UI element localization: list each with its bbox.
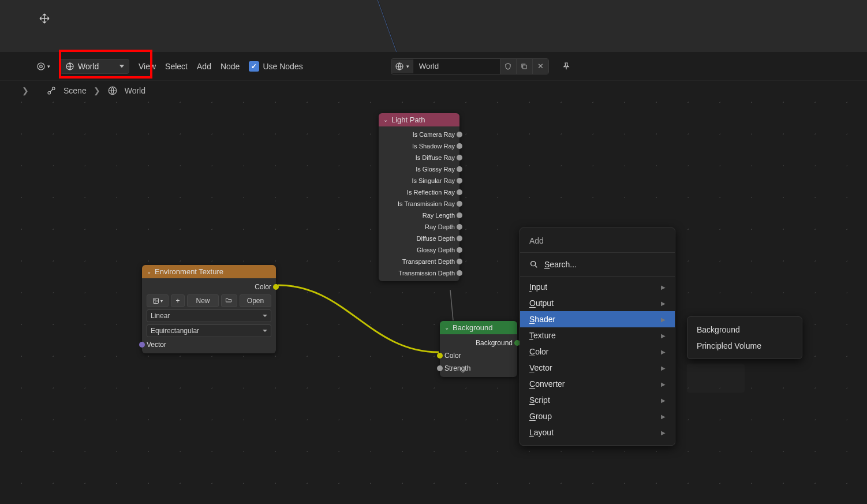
socket-icon[interactable] bbox=[457, 201, 462, 207]
use-nodes-toggle[interactable]: ✓ Use Nodes bbox=[249, 61, 302, 72]
output-socket[interactable]: Is Diffuse Ray bbox=[383, 153, 455, 162]
chevron-right-icon: ❯ bbox=[94, 86, 100, 95]
pin-button[interactable] bbox=[558, 58, 574, 74]
interpolation-dropdown[interactable]: Linear bbox=[147, 309, 271, 322]
output-socket[interactable]: Diffuse Depth bbox=[383, 234, 455, 243]
socket-icon[interactable] bbox=[457, 132, 462, 137]
world-icon bbox=[395, 62, 404, 71]
node-light-path[interactable]: ⌄ Light Path Is Camera RayIs Shadow RayI… bbox=[379, 113, 459, 281]
node-title: Light Path bbox=[391, 115, 425, 124]
world-name-input[interactable] bbox=[413, 59, 500, 73]
socket-icon[interactable] bbox=[457, 155, 462, 160]
editor-type-dropdown[interactable]: ▾ bbox=[35, 58, 51, 74]
socket-icon[interactable] bbox=[139, 342, 145, 348]
chevron-down-icon: ⌄ bbox=[383, 117, 388, 123]
socket-icon[interactable] bbox=[437, 365, 443, 371]
add-category-output[interactable]: Output▶ bbox=[520, 295, 675, 311]
input-vector[interactable]: Vector bbox=[147, 339, 271, 350]
socket-icon[interactable] bbox=[457, 212, 462, 218]
chevron-right-icon: ❯ bbox=[22, 86, 29, 95]
search-placeholder: Search... bbox=[544, 260, 577, 269]
add-category-group[interactable]: Group▶ bbox=[520, 408, 675, 424]
folder-icon bbox=[225, 297, 232, 304]
shield-icon bbox=[504, 62, 512, 70]
output-socket[interactable]: Transparent Depth bbox=[383, 257, 455, 266]
socket-icon[interactable] bbox=[457, 178, 462, 184]
chevron-right-icon: ▶ bbox=[661, 430, 666, 436]
shader-option-principled-volume[interactable]: Principled Volume bbox=[687, 338, 802, 354]
node-header[interactable]: ⌄ Light Path bbox=[379, 113, 459, 126]
socket-icon[interactable] bbox=[457, 236, 462, 241]
pin-icon bbox=[562, 62, 571, 71]
projection-dropdown[interactable]: Equirectangular bbox=[147, 324, 271, 337]
move-gizmo-icon bbox=[38, 12, 51, 25]
output-color[interactable]: Color bbox=[147, 282, 271, 292]
chevron-down-icon: ⌄ bbox=[147, 268, 151, 275]
output-socket[interactable]: Is Camera Ray bbox=[383, 130, 455, 139]
unlink-world-button[interactable]: ✕ bbox=[532, 59, 548, 74]
socket-icon[interactable] bbox=[457, 143, 462, 149]
shader-type-dropdown[interactable]: World bbox=[60, 59, 129, 74]
socket-icon[interactable] bbox=[273, 284, 279, 290]
world-data-block[interactable]: ▾ ✕ bbox=[391, 58, 549, 74]
svg-point-9 bbox=[155, 300, 156, 301]
add-category-color[interactable]: Color▶ bbox=[520, 344, 675, 360]
image-browse-dropdown[interactable]: ▾ bbox=[147, 294, 169, 307]
add-category-converter[interactable]: Converter▶ bbox=[520, 376, 675, 392]
use-nodes-label: Use Nodes bbox=[263, 62, 302, 71]
add-popup[interactable]: Add Search... Input▶Output▶Shader▶Textur… bbox=[520, 227, 675, 446]
node-header[interactable]: ⌄ Environment Texture bbox=[142, 265, 276, 278]
breadcrumb-scene[interactable]: Scene bbox=[63, 86, 87, 95]
output-socket[interactable]: Is Reflection Ray bbox=[383, 188, 455, 197]
output-socket[interactable]: Is Glossy Ray bbox=[383, 165, 455, 174]
socket-icon[interactable] bbox=[457, 189, 462, 195]
input-strength[interactable]: Strength bbox=[444, 363, 513, 374]
add-category-script[interactable]: Script▶ bbox=[520, 392, 675, 408]
output-socket[interactable]: Transmission Depth bbox=[383, 268, 455, 278]
popup-search[interactable]: Search... bbox=[520, 255, 675, 274]
add-category-texture[interactable]: Texture▶ bbox=[520, 327, 675, 344]
menu-node[interactable]: Node bbox=[221, 62, 240, 71]
output-socket[interactable]: Glossy Depth bbox=[383, 245, 455, 255]
menu-add[interactable]: Add bbox=[197, 62, 211, 71]
world-browse-dropdown[interactable]: ▾ bbox=[391, 59, 413, 73]
chevron-right-icon: ▶ bbox=[661, 413, 666, 420]
socket-icon[interactable] bbox=[457, 247, 462, 253]
input-color[interactable]: Color bbox=[444, 350, 513, 361]
output-socket[interactable]: Is Singular Ray bbox=[383, 176, 455, 185]
add-category-layout[interactable]: Layout▶ bbox=[520, 424, 675, 440]
svg-point-0 bbox=[38, 63, 44, 70]
chevron-right-icon: ▶ bbox=[661, 381, 666, 387]
output-background[interactable]: Background bbox=[444, 338, 513, 348]
breadcrumb-world[interactable]: World bbox=[125, 86, 145, 95]
close-icon: ✕ bbox=[537, 62, 544, 70]
node-title: Environment Texture bbox=[155, 267, 223, 276]
add-image-button[interactable]: + bbox=[171, 294, 185, 307]
output-socket[interactable]: Ray Depth bbox=[383, 222, 455, 232]
socket-icon[interactable] bbox=[457, 224, 462, 230]
menu-select[interactable]: Select bbox=[165, 62, 188, 71]
add-category-shader[interactable]: Shader▶ bbox=[520, 311, 675, 327]
node-background[interactable]: ⌄ Background Background Color Strength bbox=[440, 321, 517, 377]
image-icon bbox=[152, 297, 159, 304]
node-environment-texture[interactable]: ⌄ Environment Texture Color ▾ + New Open… bbox=[142, 265, 276, 353]
output-socket[interactable]: Ray Length bbox=[383, 211, 455, 220]
add-category-input[interactable]: Input▶ bbox=[520, 279, 675, 295]
shader-option-background[interactable]: Background bbox=[687, 322, 802, 338]
output-socket[interactable]: Is Transmission Ray bbox=[383, 199, 455, 208]
shader-editor-header: ▾ World View Select Add Node ✓ Use Nodes… bbox=[0, 52, 867, 81]
open-folder-button[interactable] bbox=[221, 294, 237, 307]
shader-submenu[interactable]: BackgroundPrincipled Volume bbox=[687, 316, 802, 359]
socket-icon[interactable] bbox=[457, 270, 462, 276]
socket-icon[interactable] bbox=[457, 166, 462, 172]
new-image-button[interactable]: New bbox=[187, 294, 219, 307]
new-world-button[interactable] bbox=[516, 59, 532, 74]
output-socket[interactable]: Is Shadow Ray bbox=[383, 141, 455, 151]
node-header[interactable]: ⌄ Background bbox=[440, 321, 517, 334]
add-category-vector[interactable]: Vector▶ bbox=[520, 360, 675, 376]
socket-icon[interactable] bbox=[457, 259, 462, 264]
socket-icon[interactable] bbox=[437, 353, 443, 359]
open-image-button[interactable]: Open bbox=[240, 294, 271, 307]
fake-user-button[interactable] bbox=[500, 59, 516, 74]
menu-view[interactable]: View bbox=[139, 62, 156, 71]
